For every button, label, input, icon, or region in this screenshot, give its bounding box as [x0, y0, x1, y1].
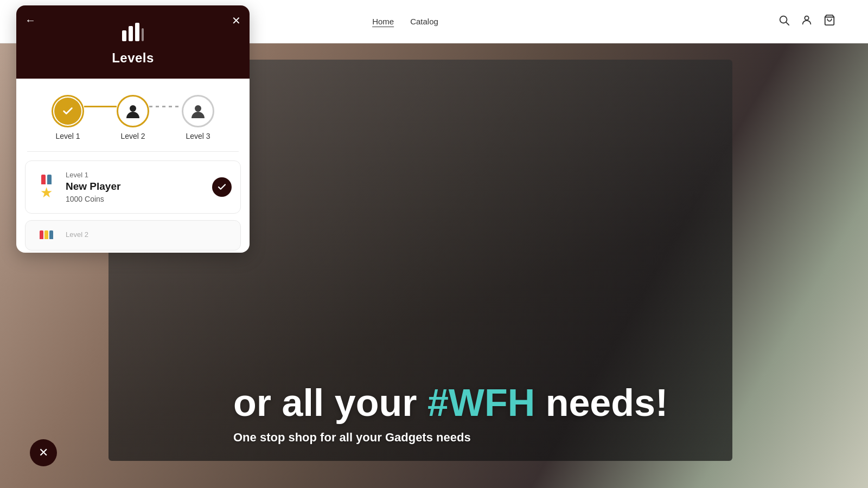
- level-card-1[interactable]: ★ Level 1 New Player 1000 Coins: [25, 160, 241, 214]
- svg-line-1: [786, 22, 789, 25]
- connector-dashed: [149, 106, 182, 107]
- user-icon[interactable]: [801, 14, 813, 29]
- back-button[interactable]: ←: [25, 14, 36, 27]
- level-circle-1: [52, 95, 84, 127]
- hero-overlay: or all your #WFH needs! One stop shop fo…: [233, 382, 868, 445]
- connector-1: [84, 106, 117, 107]
- nav-catalog[interactable]: Catalog: [410, 17, 438, 26]
- card-2-info: Level 2: [66, 230, 232, 240]
- panel-header: ← ✕ Levels: [16, 5, 250, 79]
- connector-2: [149, 106, 182, 107]
- card-1-level: Level 1: [66, 171, 205, 179]
- hero-title-tag: #WFH: [427, 382, 535, 424]
- card-2-level: Level 2: [66, 230, 232, 239]
- levels-panel: ← ✕ Levels Level 1: [16, 5, 250, 253]
- panel-title: Levels: [112, 50, 154, 66]
- svg-rect-7: [142, 28, 144, 41]
- main-nav: Home Catalog: [372, 17, 438, 26]
- level-node-3: Level 3: [182, 95, 214, 140]
- svg-rect-6: [135, 23, 139, 41]
- level-check-1: [54, 98, 81, 125]
- medal-icon-1: ★: [34, 175, 58, 200]
- medal-icon-2: [34, 230, 58, 240]
- svg-point-8: [130, 105, 136, 112]
- card-1-check: [212, 177, 232, 197]
- svg-rect-5: [129, 26, 133, 41]
- level-node-2: Level 2: [117, 95, 149, 140]
- nav-home[interactable]: Home: [372, 17, 394, 26]
- navbar-actions: [778, 14, 835, 29]
- bottom-close-button[interactable]: ✕: [30, 439, 57, 466]
- svg-point-9: [195, 105, 201, 112]
- hero-title: or all your #WFH needs!: [233, 382, 868, 424]
- connector-solid: [84, 106, 117, 107]
- hero-title-prefix: or all your: [233, 382, 427, 424]
- hero-title-suffix: needs!: [535, 382, 668, 424]
- level-cards: ★ Level 1 New Player 1000 Coins: [16, 152, 250, 253]
- bar-chart-icon: [121, 21, 145, 46]
- level-circle-3: [182, 95, 214, 127]
- level-label-1: Level 1: [55, 132, 80, 140]
- level-label-2: Level 2: [120, 132, 145, 140]
- card-1-coins: 1000 Coins: [66, 195, 205, 203]
- level-circle-2: [117, 95, 149, 127]
- close-button[interactable]: ✕: [232, 14, 241, 27]
- svg-rect-4: [122, 30, 126, 41]
- hero-subtitle: One stop shop for all your Gadgets needs: [233, 431, 868, 445]
- search-icon[interactable]: [778, 14, 790, 29]
- cart-icon[interactable]: [824, 14, 835, 29]
- card-1-info: Level 1 New Player 1000 Coins: [66, 171, 205, 203]
- level-label-3: Level 3: [186, 132, 210, 140]
- level-card-2[interactable]: Level 2: [25, 220, 241, 251]
- svg-point-2: [805, 16, 808, 20]
- level-tracker: Level 1 Level 2: [16, 79, 250, 151]
- level-node-1: Level 1: [52, 95, 84, 140]
- card-1-title: New Player: [66, 181, 205, 192]
